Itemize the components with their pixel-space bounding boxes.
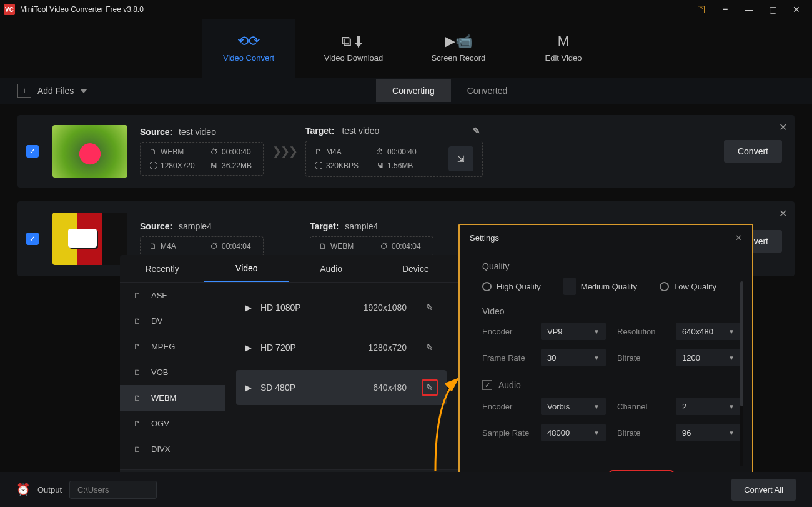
- scrollbar[interactable]: [740, 281, 743, 466]
- edit-target-icon[interactable]: ✎: [473, 126, 480, 136]
- source-duration: 00:00:40: [222, 148, 251, 156]
- res-720p[interactable]: ▶ HD 720P 1280x720 ✎: [236, 330, 447, 365]
- format-icon: 🗋: [149, 148, 157, 156]
- chevron-down-icon: ▼: [593, 403, 600, 410]
- convert-button[interactable]: Convert: [724, 140, 782, 163]
- record-icon: ▶📹: [445, 34, 472, 48]
- plus-icon: +: [17, 84, 31, 98]
- radio-low-quality[interactable]: Low Quality: [660, 278, 716, 295]
- vbitrate-select[interactable]: 1200▼: [676, 349, 741, 366]
- audio-encoder-select[interactable]: Vorbis▼: [541, 398, 606, 415]
- tab-converting[interactable]: Converting: [376, 79, 451, 102]
- format-popover: Recently Video Audio Device 🗋ASF 🗋DV 🗋MP…: [120, 255, 458, 503]
- edit-icon[interactable]: ✎: [422, 339, 438, 356]
- audio-checkbox[interactable]: ✓: [482, 380, 492, 390]
- format-mpeg[interactable]: 🗋MPEG: [120, 334, 225, 359]
- source-res: 1280X720: [161, 161, 195, 170]
- target-label: Target:: [310, 221, 339, 231]
- framerate-label: Frame Rate: [482, 353, 530, 363]
- samplerate-select[interactable]: 48000▼: [541, 424, 606, 441]
- source-label: Source:: [140, 127, 172, 137]
- target-settings-icon[interactable]: ⇲: [448, 146, 473, 171]
- res-480p[interactable]: ▶ SD 480P 640x480 ✎: [236, 370, 447, 405]
- resolution-label: Resolution: [617, 327, 665, 336]
- tab-edit-video[interactable]: M Edit Video: [517, 19, 610, 78]
- clock-icon: ⏱: [210, 148, 218, 156]
- format-sidebar[interactable]: 🗋ASF 🗋DV 🗋MPEG 🗋VOB 🗋WEBM 🗋OGV 🗋DIVX 🗋3G…: [120, 283, 225, 469]
- source-format: M4A: [161, 242, 176, 251]
- titlebar: VC MiniTool Video Converter Free v3.8.0 …: [0, 0, 812, 19]
- download-icon: ⧉⬇: [342, 34, 365, 48]
- app-logo: VC: [4, 4, 15, 15]
- card-close-icon[interactable]: ✕: [779, 208, 787, 219]
- tab-converted[interactable]: Converted: [451, 79, 524, 102]
- res-dim: 640x480: [373, 383, 407, 393]
- edit-icon[interactable]: ✎: [422, 379, 438, 396]
- format-asf[interactable]: 🗋ASF: [120, 283, 225, 308]
- top-nav: ⟲⟳ Video Convert ⧉⬇ Video Download ▶📹 Sc…: [0, 19, 812, 78]
- video-encoder-select[interactable]: VP9▼: [541, 323, 606, 340]
- res-dim: 1920x1080: [364, 303, 407, 313]
- convert-icon: ⟲⟳: [237, 34, 260, 48]
- resolution-select[interactable]: 640x480▼: [676, 323, 741, 340]
- format-icon: 🗋: [315, 148, 322, 156]
- tab-video-download[interactable]: ⧉⬇ Video Download: [307, 19, 400, 78]
- framerate-select[interactable]: 30▼: [541, 349, 606, 366]
- modal-close-icon[interactable]: ✕: [735, 233, 742, 243]
- res-1080p[interactable]: ▶ HD 1080P 1920x1080 ✎: [236, 290, 447, 325]
- tab-video-convert[interactable]: ⟲⟳ Video Convert: [202, 19, 295, 78]
- chevron-down-icon: ▼: [728, 429, 735, 436]
- bitrate-icon: ⛶: [315, 161, 322, 170]
- edit-icon[interactable]: ✎: [422, 299, 438, 316]
- res-dim: 1280x720: [368, 343, 407, 353]
- format-ogv[interactable]: 🗋OGV: [120, 411, 225, 436]
- popover-tab-device[interactable]: Device: [374, 255, 458, 282]
- target-bitrate: 320KBPS: [326, 161, 359, 170]
- aencoder-label: Encoder: [482, 402, 530, 411]
- footer: ⏰ Output C:\Users Convert All: [0, 472, 812, 507]
- checkbox[interactable]: ✓: [26, 145, 39, 158]
- file-card: ✕ ✓ Source: test video 🗋WEBM ⏱00:00:40 ⛶…: [17, 115, 795, 188]
- abitrate-select[interactable]: 96▼: [676, 424, 741, 441]
- popover-tab-recently[interactable]: Recently: [120, 255, 204, 282]
- encoder-label: Encoder: [482, 327, 530, 336]
- clock-icon[interactable]: ⏰: [16, 483, 30, 496]
- popover-tab-audio[interactable]: Audio: [289, 255, 374, 282]
- card-close-icon[interactable]: ✕: [779, 121, 787, 133]
- format-vob[interactable]: 🗋VOB: [120, 359, 225, 385]
- tab-screen-record-label: Screen Record: [432, 53, 486, 63]
- channel-label: Channel: [617, 402, 665, 411]
- clock-icon: ⏱: [380, 242, 388, 251]
- add-files-button[interactable]: + Add Files: [17, 84, 87, 98]
- video-icon: ▶: [245, 343, 252, 353]
- channel-select[interactable]: 2▼: [676, 398, 741, 415]
- key-icon[interactable]: ⚿: [690, 0, 713, 19]
- radio-high-quality[interactable]: High Quality: [482, 278, 541, 295]
- target-format: WEBM: [330, 242, 354, 251]
- popover-tab-video[interactable]: Video: [204, 255, 289, 282]
- checkbox[interactable]: ✓: [26, 233, 39, 245]
- target-duration: 00:04:04: [392, 242, 421, 251]
- convert-all-button[interactable]: Convert All: [731, 479, 796, 501]
- minimize-icon[interactable]: —: [737, 0, 761, 19]
- output-label: Output: [37, 485, 62, 494]
- format-divx[interactable]: 🗋DIVX: [120, 436, 225, 462]
- vbitrate-label: Bitrate: [617, 353, 665, 363]
- format-webm[interactable]: 🗋WEBM: [120, 385, 225, 411]
- close-icon[interactable]: ✕: [785, 0, 808, 19]
- chevron-down-icon: [80, 89, 87, 93]
- arrows-icon: ❯❯❯: [272, 144, 297, 158]
- res-name: SD 480P: [260, 383, 364, 393]
- radio-medium-quality[interactable]: Medium Quality: [563, 278, 637, 295]
- maximize-icon[interactable]: ▢: [761, 0, 785, 19]
- target-name: test video: [342, 126, 379, 136]
- format-3gp[interactable]: 🗋3GP: [120, 462, 225, 469]
- output-path-field[interactable]: C:\Users: [69, 481, 157, 499]
- clock-icon: ⏱: [376, 148, 384, 156]
- menu-icon[interactable]: ≡: [713, 0, 737, 19]
- target-size: 1.56MB: [387, 161, 413, 170]
- format-dv[interactable]: 🗋DV: [120, 308, 225, 334]
- file-icon: 🗋: [131, 291, 144, 300]
- tab-screen-record[interactable]: ▶📹 Screen Record: [412, 19, 505, 78]
- chevron-down-icon: ▼: [728, 354, 735, 361]
